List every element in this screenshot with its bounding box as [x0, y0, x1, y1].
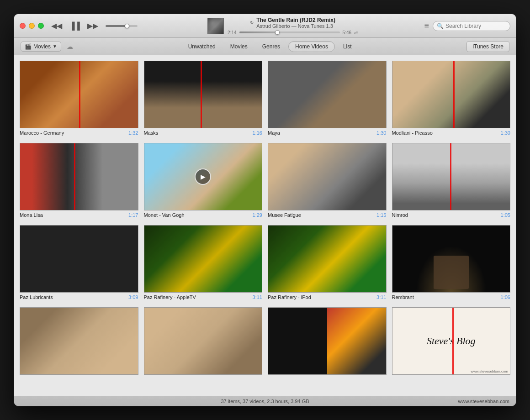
statusbar: 37 items, 37 videos, 2.3 hours, 3.94 GB …	[14, 396, 516, 406]
list-item[interactable]	[268, 307, 387, 377]
video-title: Nimrod	[392, 212, 408, 218]
video-title: Modliani - Picasso	[392, 130, 433, 136]
list-item[interactable]: Paz Rafinery - AppleTV 3:11	[144, 225, 263, 300]
tab-movies[interactable]: Movies	[224, 42, 254, 52]
track-artist: Astrud Gilberto — Nova Tunes 1.3	[256, 23, 335, 29]
video-title: Masks	[144, 130, 159, 136]
album-art	[207, 18, 224, 34]
window-controls	[20, 23, 44, 29]
list-item[interactable]: ▶ Monet - Van Gogh 1:29	[144, 143, 263, 218]
volume-thumb[interactable]	[125, 24, 129, 28]
video-title: Rembrant	[392, 294, 414, 300]
itunes-store-button[interactable]: iTunes Store	[466, 41, 509, 52]
video-title: Musee Fatigue	[268, 212, 301, 218]
video-grid: Marocco - Germany 1:32 Masks 1:16 Maya 1…	[14, 55, 516, 396]
video-duration: 3:11	[253, 294, 262, 300]
list-item[interactable]: Nimrod 1:05	[392, 143, 511, 218]
minimize-button[interactable]	[29, 23, 35, 29]
seek-bar[interactable]	[239, 31, 340, 33]
video-duration: 3:09	[128, 294, 138, 300]
right-controls: ≡ 🔍	[424, 21, 510, 31]
list-item[interactable]: Paz Rafinery - iPod 3:11	[268, 225, 387, 300]
video-title: Paz Rafinery - AppleTV	[144, 294, 196, 300]
progress-area: 2:14 5:46 ⇌	[228, 30, 358, 35]
itunes-window: ◀◀ ▐▐ ▶▶ ↻ The Gentle Rain (RJD2 Remix) …	[14, 14, 516, 406]
maximize-button[interactable]	[38, 23, 44, 29]
video-duration: 1:32	[128, 130, 138, 136]
tab-list[interactable]: List	[337, 42, 358, 52]
list-item[interactable]: Masks 1:16	[144, 61, 263, 136]
video-title: Mona Lisa	[20, 212, 43, 218]
video-duration: 1:05	[501, 212, 510, 218]
toolbar: 🎬 Movies ▼ ☁ Unwatched Movies Genres Hom…	[14, 38, 516, 55]
tab-genres[interactable]: Genres	[256, 42, 286, 52]
search-input[interactable]	[445, 23, 505, 29]
video-duration: 1:15	[376, 212, 386, 218]
list-item[interactable]: Rembrant 1:06	[392, 225, 511, 300]
video-duration: 3:11	[376, 294, 386, 300]
website-label: www.stevesebban.com	[418, 399, 509, 404]
video-duration: 1:30	[501, 130, 510, 136]
search-icon: 🔍	[437, 23, 444, 29]
tab-home-videos[interactable]: Home Videos	[288, 41, 335, 52]
list-item[interactable]: Steve's Blog www.stevesebban.com	[392, 307, 511, 377]
track-title: The Gentle Rain (RJD2 Remix)	[256, 17, 335, 23]
video-title: Marocco - Germany	[20, 130, 64, 136]
repeat-icon: ↻	[250, 20, 254, 25]
titlebar: ◀◀ ▐▐ ▶▶ ↻ The Gentle Rain (RJD2 Remix) …	[14, 14, 516, 38]
status-text: 37 items, 37 videos, 2.3 hours, 3.94 GB	[112, 399, 418, 404]
play-icon[interactable]: ▶	[195, 168, 211, 185]
video-duration: 1:17	[128, 212, 138, 218]
list-item[interactable]: Paz Lubricants 3:09	[20, 225, 138, 300]
rewind-button[interactable]: ◀◀	[49, 21, 64, 31]
list-item[interactable]	[144, 307, 263, 377]
list-item[interactable]: Maya 1:30	[268, 61, 387, 136]
video-title: Monet - Van Gogh	[144, 212, 185, 218]
shuffle-icon: ⇌	[354, 30, 358, 35]
video-duration: 1:16	[253, 130, 262, 136]
pause-button[interactable]: ▐▐	[68, 21, 82, 31]
list-item[interactable]: Modliani - Picasso 1:30	[392, 61, 511, 136]
list-item[interactable]: Mona Lisa 1:17	[20, 143, 138, 218]
video-duration: 1:29	[253, 212, 262, 218]
video-title: Paz Lubricants	[20, 294, 53, 300]
video-title: Paz Rafinery - iPod	[268, 294, 311, 300]
now-playing: ↻ The Gentle Rain (RJD2 Remix) Astrud Gi…	[141, 17, 424, 35]
video-duration: 1:30	[376, 130, 386, 136]
cloud-icon: ☁	[67, 43, 73, 50]
time-elapsed: 2:14	[228, 30, 236, 35]
list-item[interactable]	[20, 307, 138, 377]
play-overlay[interactable]: ▶	[144, 143, 262, 210]
transport-controls: ◀◀ ▐▐ ▶▶	[49, 21, 100, 31]
video-title: Maya	[268, 130, 280, 136]
library-label: Movies	[33, 43, 51, 50]
library-selector[interactable]: 🎬 Movies ▼	[21, 42, 61, 52]
time-total: 5:46	[343, 30, 351, 35]
tab-unwatched[interactable]: Unwatched	[182, 42, 222, 52]
video-duration: 1:06	[501, 294, 510, 300]
forward-button[interactable]: ▶▶	[85, 21, 100, 31]
close-button[interactable]	[20, 23, 26, 29]
list-item[interactable]: Musee Fatigue 1:15	[268, 143, 387, 218]
menu-button[interactable]: ≡	[424, 21, 429, 31]
volume-slider[interactable]	[106, 25, 138, 27]
search-box[interactable]: 🔍	[433, 21, 510, 31]
nav-tabs: Unwatched Movies Genres Home Videos List	[73, 41, 466, 52]
list-item[interactable]: Marocco - Germany 1:32	[20, 61, 138, 136]
